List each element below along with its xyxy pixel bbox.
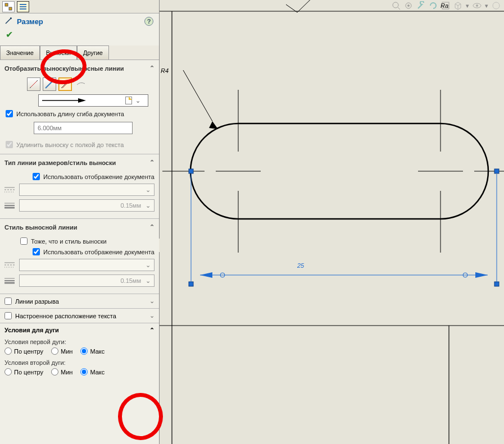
dropdown-icon: ⌄ [135,97,144,104]
svg-point-52 [407,4,410,7]
gear-icon[interactable] [404,1,413,10]
ext-line-weight-select[interactable]: 0.15мм⌄ [19,274,155,287]
extend-leader-checkbox [6,141,13,148]
leader-style-1-button[interactable] [27,77,40,91]
dropdown-icon: ⌄ [146,202,151,209]
section-title: Отобразить выноску/выносные линии [4,65,124,72]
ext-same-as-leader-checkbox[interactable] [20,237,28,245]
svg-rect-4 [20,8,26,10]
svg-line-28 [183,70,212,121]
tab-value[interactable]: Значение [0,45,40,59]
panel-header: Размер ? ✔ [0,13,159,42]
svg-line-9 [62,81,69,88]
line-weight-select[interactable]: 0.15мм⌄ [19,199,155,212]
leader-style-3-button[interactable] [58,77,72,91]
leader-style-2-button[interactable] [43,77,56,91]
section-ext-line-style: Стиль выносной линии ⌃ Тоже, что и стиль… [0,219,159,294]
ext-line-type-select[interactable]: ⌄ [19,259,155,271]
svg-marker-46 [475,272,488,278]
help-button[interactable]: ? [144,17,153,26]
svg-rect-38 [189,169,193,173]
collapse-icon[interactable]: ⌃ [149,223,155,231]
dimension-value: 25 [297,262,305,269]
redo-icon[interactable] [429,1,438,10]
svg-rect-40 [189,282,193,286]
svg-line-8 [61,80,69,88]
document-icon [125,97,132,104]
break-lines-label: Линии разрыва [15,298,59,305]
collapse-icon[interactable]: ⌃ [149,65,155,72]
view-toolbar: ▾ ▾ [392,0,501,11]
collapse-icon[interactable]: ⌃ [149,327,155,334]
svg-rect-3 [20,6,26,7]
first-arc-center-radio[interactable]: По центру [4,347,43,355]
wrench-icon[interactable] [416,1,425,10]
line-type-select[interactable]: ⌄ [19,184,155,196]
tab-leaders[interactable]: Выноски [40,45,77,59]
dropdown-icon: ⌄ [146,186,151,194]
line-type-icon [4,185,15,194]
box-icon[interactable] [441,1,450,10]
dim-use-doc-checkbox[interactable] [33,173,40,180]
bend-length-input [34,122,133,134]
eye-icon[interactable] [473,1,482,10]
svg-rect-0 [5,3,8,6]
first-arc-radios: По центру Мин Макс [4,347,155,355]
ext-use-doc-label: Использовать отображение документа [43,249,155,255]
radius-label: R4 [161,67,169,74]
second-arc-min-radio[interactable]: Мин [51,368,72,376]
leader-style-buttons [27,77,155,91]
svg-line-6 [31,81,37,87]
section-title: Стиль выносной линии [4,224,78,231]
property-manager-icon [19,3,27,11]
sphere-icon[interactable] [492,1,501,10]
line-weight-icon [4,201,15,210]
first-arc-max-radio[interactable]: Макс [80,347,105,355]
custom-text-pos-checkbox[interactable] [4,312,12,319]
panel-title: Размер [17,17,43,26]
svg-point-49 [393,2,398,8]
arrow-style-select[interactable]: ⌄ [38,94,148,107]
collapse-icon[interactable]: ⌃ [149,159,155,166]
svg-marker-45 [200,272,212,278]
section-title: Условия для дуги [4,327,59,334]
dropdown-icon: ⌄ [146,277,151,285]
svg-rect-53 [442,2,449,9]
dimension-icon [4,17,13,26]
svg-point-56 [493,2,500,9]
svg-rect-2 [20,4,26,5]
extend-leader-label: Удлинить выноску с полкой до текста [16,141,124,148]
svg-marker-11 [78,98,86,103]
drawing-canvas[interactable]: Ra R4 [160,0,504,444]
dropdown-icon[interactable]: ▾ [485,2,488,10]
second-arc-max-radio[interactable]: Макс [80,368,105,376]
ok-button[interactable]: ✔ [6,29,155,40]
leader-style-4-button[interactable] [74,77,88,91]
panel-top-tabs [0,0,159,13]
section-break-lines: Линии разрыва ⌄ [0,294,159,309]
expand-icon[interactable]: ⌄ [149,297,155,305]
svg-rect-1 [9,7,12,10]
section-display-leaders: Отобразить выноску/выносные линии ⌃ ⌄ Ис… [0,60,159,154]
svg-point-55 [476,4,478,7]
first-arc-min-radio[interactable]: Мин [51,347,72,355]
tab-other[interactable]: Другие [77,45,109,59]
zoom-icon[interactable] [392,1,401,10]
cube-icon[interactable] [453,1,462,10]
expand-icon[interactable]: ⌄ [149,312,155,319]
section-custom-text-pos: Настроенное расположение текста ⌄ [0,309,159,323]
dropdown-icon[interactable]: ▾ [466,2,469,10]
use-doc-bend-checkbox[interactable] [6,110,13,117]
first-arc-label: Условия первой дуги: [4,338,155,345]
property-tabs: Значение Выноски Другие [0,45,159,60]
ext-same-as-leader-label: Тоже, что и стиль выноски [31,238,107,245]
section-dim-line-style: Тип линии размеров/стиль выноски ⌃ Испол… [0,154,159,219]
panel-tab-feature[interactable] [2,1,15,12]
break-lines-checkbox[interactable] [4,297,12,305]
arrow-preview-icon [42,98,87,103]
line-weight-icon [4,276,15,285]
custom-text-pos-label: Настроенное расположение текста [15,313,116,319]
panel-tab-property[interactable] [17,1,29,12]
ext-use-doc-checkbox[interactable] [33,248,40,255]
second-arc-center-radio[interactable]: По центру [4,368,43,376]
